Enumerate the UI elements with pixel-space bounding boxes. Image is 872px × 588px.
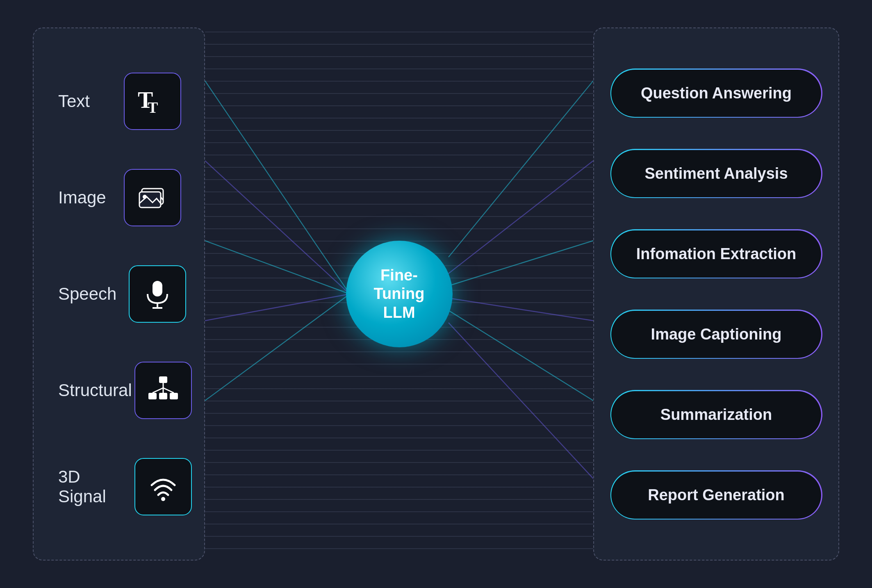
wifi-icon — [147, 470, 180, 503]
input-label-3dsignal: 3D Signal — [58, 467, 122, 506]
input-row-speech: Speech — [46, 265, 192, 323]
llm-line1: Fine- — [380, 266, 418, 285]
output-label-information-extraction: Infomation Extraction — [636, 245, 797, 263]
llm-bubble: Fine- Tuning LLM — [346, 241, 453, 347]
svg-line-23 — [449, 81, 593, 257]
signal-icon-box — [134, 458, 192, 515]
svg-line-26 — [449, 298, 593, 321]
image-icon-box — [124, 169, 181, 226]
speech-icon-box — [129, 265, 186, 323]
svg-line-22 — [205, 294, 350, 401]
svg-line-27 — [449, 310, 593, 401]
input-row-3dsignal: 3D Signal — [46, 458, 192, 515]
output-label-question-answering: Question Answering — [641, 84, 792, 102]
input-row-image: Image — [46, 169, 192, 226]
svg-point-17 — [161, 497, 165, 501]
svg-text:T: T — [148, 99, 158, 116]
svg-line-20 — [205, 241, 350, 294]
input-label-speech: Speech — [58, 284, 116, 304]
llm-line2: Tuning — [374, 285, 425, 303]
svg-line-19 — [205, 161, 350, 294]
svg-line-24 — [449, 161, 593, 273]
svg-line-28 — [449, 323, 593, 479]
svg-rect-9 — [159, 376, 167, 383]
svg-rect-15 — [159, 393, 167, 399]
structural-icon — [147, 374, 180, 407]
input-label-text: Text — [58, 91, 112, 111]
svg-rect-14 — [148, 393, 157, 399]
output-label-summarization: Summarization — [660, 406, 772, 424]
image-icon — [136, 181, 169, 214]
output-btn-sentiment-analysis[interactable]: Sentiment Analysis — [610, 149, 822, 198]
output-label-report-generation: Report Generation — [648, 486, 785, 504]
output-btn-information-extraction[interactable]: Infomation Extraction — [610, 230, 822, 278]
text-icon-box: T T — [124, 73, 181, 130]
left-panel: Text T T Image — [33, 27, 205, 561]
middle-panel: Fine- Tuning LLM — [205, 27, 593, 561]
input-label-image: Image — [58, 188, 112, 207]
svg-line-13 — [163, 388, 174, 393]
input-row-structural: Structural — [46, 362, 192, 419]
output-btn-image-captioning[interactable]: Image Captioning — [610, 310, 822, 359]
input-label-structural: Structural — [58, 381, 122, 400]
output-btn-report-generation[interactable]: Report Generation — [610, 471, 822, 520]
main-container: Text T T Image — [0, 0, 872, 588]
svg-rect-16 — [170, 393, 178, 399]
structural-icon-box — [134, 362, 192, 419]
svg-line-21 — [205, 294, 350, 321]
mic-icon — [141, 278, 174, 310]
input-row-text: Text T T — [46, 73, 192, 130]
llm-line3: LLM — [383, 303, 415, 322]
svg-line-11 — [153, 388, 163, 393]
text-icon: T T — [136, 85, 169, 118]
svg-line-18 — [205, 81, 350, 294]
output-btn-question-answering[interactable]: Question Answering — [610, 69, 822, 118]
output-label-sentiment-analysis: Sentiment Analysis — [644, 165, 788, 182]
right-panel: Question Answering Sentiment Analysis In… — [593, 27, 839, 561]
output-btn-summarization[interactable]: Summarization — [610, 390, 822, 439]
output-label-image-captioning: Image Captioning — [651, 326, 782, 343]
svg-rect-6 — [153, 281, 162, 296]
svg-line-25 — [449, 241, 593, 286]
